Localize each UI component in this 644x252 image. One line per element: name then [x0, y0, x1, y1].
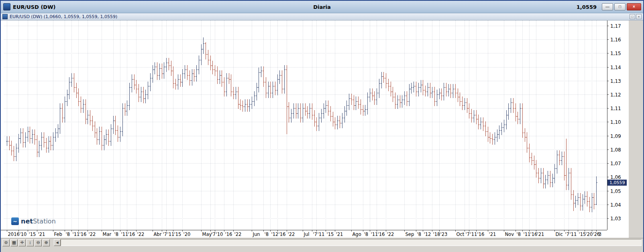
maximize-button[interactable]: □ — [614, 3, 626, 10]
svg-text:'16: '16 — [477, 232, 485, 237]
svg-text:'11: '11 — [524, 232, 531, 237]
timeframe-label: Diaria — [1, 4, 643, 10]
svg-text:'18: '18 — [433, 232, 440, 237]
svg-text:'3: '3 — [597, 232, 601, 237]
svg-text:'16: '16 — [79, 232, 87, 237]
svg-text:'11: '11 — [470, 232, 477, 237]
application-window: EUR/USD (DW) Diaria 1,0559 — □ × EUR/USD… — [0, 0, 644, 252]
svg-text:Oct: Oct — [457, 232, 465, 237]
chart-icon — [2, 14, 8, 19]
svg-text:'15: '15 — [29, 232, 36, 237]
svg-text:'21: '21 — [537, 232, 544, 237]
price-chart[interactable]: 1,171,161,151,141,131,121,111,101,091,08… — [1, 20, 643, 238]
svg-text:'15: '15 — [174, 232, 181, 237]
horizontal-scrollbar: ◀ — [54, 239, 642, 246]
pan-icon[interactable]: ✛ — [18, 239, 26, 246]
svg-text:'10: '10 — [20, 232, 27, 237]
svg-text:1,08: 1,08 — [610, 147, 621, 153]
svg-text:'21: '21 — [336, 232, 343, 237]
svg-text:'12: '12 — [424, 232, 431, 237]
close-button[interactable]: × — [627, 3, 641, 10]
svg-text:1,10: 1,10 — [610, 119, 621, 125]
svg-text:Feb: Feb — [54, 232, 62, 237]
svg-text:'11: '11 — [318, 232, 325, 237]
svg-text:'7: '7 — [163, 232, 167, 237]
svg-text:1,15: 1,15 — [610, 51, 621, 56]
svg-text:1,04: 1,04 — [610, 202, 621, 208]
netstation-icon: ~ — [11, 217, 19, 225]
zoom-out-icon[interactable]: ⊖ — [35, 239, 42, 246]
svg-text:'23: '23 — [440, 232, 448, 237]
svg-text:May: May — [202, 232, 212, 237]
chart-ohlc-readout: EUR/USD (DW) (1,0660, 1,0559, 1,0559, 1,… — [10, 14, 117, 19]
svg-text:'11: '11 — [371, 232, 378, 237]
world-icon[interactable]: ⊚ — [2, 239, 10, 246]
svg-text:2016: 2016 — [8, 232, 20, 237]
svg-text:'8: '8 — [66, 232, 70, 237]
svg-text:1,06: 1,06 — [610, 174, 621, 180]
svg-text:1,12: 1,12 — [610, 92, 621, 98]
svg-text:'7: '7 — [565, 232, 569, 237]
svg-text:'11: '11 — [167, 232, 175, 237]
svg-text:1,14: 1,14 — [610, 65, 621, 70]
svg-text:'16: '16 — [128, 232, 135, 237]
svg-text:1,11: 1,11 — [610, 106, 621, 111]
app-icon — [3, 3, 10, 10]
svg-text:'8: '8 — [517, 232, 521, 237]
svg-text:Ago: Ago — [353, 232, 361, 237]
svg-text:'21: '21 — [38, 232, 45, 237]
svg-text:'16: '16 — [225, 232, 232, 237]
svg-text:Nov: Nov — [505, 232, 514, 237]
minimize-button[interactable]: — — [602, 3, 613, 10]
svg-text:'11: '11 — [570, 232, 577, 237]
svg-text:'7: '7 — [212, 232, 216, 237]
svg-text:1,0559: 1,0559 — [609, 180, 625, 185]
svg-text:'15: '15 — [327, 232, 334, 237]
svg-text:Abr: Abr — [154, 232, 162, 237]
svg-text:'21: '21 — [489, 232, 496, 237]
svg-text:'22: '22 — [387, 232, 394, 237]
netstation-logo: ~ netStation — [11, 217, 56, 225]
netstation-wordmark: netStation — [21, 217, 56, 225]
svg-text:Jul: Jul — [304, 232, 310, 237]
scroll-left-icon[interactable]: ◀ — [54, 239, 61, 246]
svg-text:1,09: 1,09 — [610, 133, 621, 139]
titlebar-price: 1,0559 — [577, 4, 597, 10]
svg-text:'15: '15 — [579, 232, 586, 237]
svg-text:Sep: Sep — [406, 232, 414, 237]
svg-text:1,17: 1,17 — [610, 23, 621, 29]
svg-text:'16: '16 — [378, 232, 385, 237]
svg-text:'11: '11 — [73, 232, 80, 237]
window-title: EUR/USD (DW) — [13, 4, 55, 10]
svg-text:Dic: Dic — [556, 232, 563, 237]
chart-maximize-icon[interactable]: □ — [630, 14, 635, 19]
scrollbar-track[interactable] — [61, 239, 642, 246]
chart-area: 1,171,161,151,141,131,121,111,101,091,08… — [1, 20, 643, 238]
svg-text:'16: '16 — [530, 232, 538, 237]
svg-text:'22: '22 — [137, 232, 145, 237]
crosshair-icon[interactable]: ↕ — [26, 239, 34, 246]
svg-text:1,13: 1,13 — [610, 78, 621, 84]
svg-text:'8: '8 — [364, 232, 368, 237]
chart-type-icon[interactable]: ▦ — [10, 239, 18, 246]
svg-text:'11: '11 — [121, 232, 128, 237]
chart-window-header: EUR/USD (DW) (1,0660, 1,0559, 1,0559, 1,… — [1, 13, 643, 20]
svg-text:1,03: 1,03 — [610, 216, 621, 221]
svg-text:'20: '20 — [586, 232, 593, 237]
status-filler — [1, 247, 643, 252]
svg-text:Mar: Mar — [103, 232, 112, 237]
svg-text:1,16: 1,16 — [610, 37, 621, 43]
svg-text:'7: '7 — [313, 232, 317, 237]
title-bar: EUR/USD (DW) Diaria 1,0559 — □ × — [1, 1, 643, 13]
zoom-in-icon[interactable]: ⊕ — [43, 239, 50, 246]
svg-text:'8: '8 — [417, 232, 421, 237]
svg-text:'22: '22 — [288, 232, 295, 237]
chart-close-icon[interactable]: × — [636, 14, 642, 19]
svg-text:'8: '8 — [114, 232, 118, 237]
svg-text:1,07: 1,07 — [610, 161, 621, 166]
svg-text:Jun: Jun — [253, 232, 260, 237]
svg-text:'8: '8 — [265, 232, 269, 237]
svg-text:'16: '16 — [279, 232, 286, 237]
svg-text:'7: '7 — [466, 232, 470, 237]
svg-text:'20: '20 — [183, 232, 191, 237]
